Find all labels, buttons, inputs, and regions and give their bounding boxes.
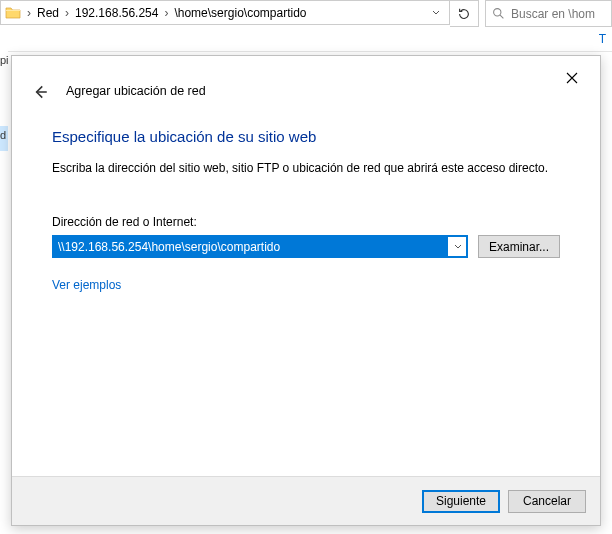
page-heading: Especifique la ubicación de su sitio web bbox=[52, 128, 560, 145]
side-link[interactable]: T bbox=[599, 32, 606, 46]
refresh-button[interactable] bbox=[450, 0, 479, 27]
chevron-right-icon[interactable]: › bbox=[162, 6, 170, 20]
search-icon bbox=[492, 7, 505, 20]
chevron-right-icon[interactable]: › bbox=[25, 6, 33, 20]
gutter-item: d bbox=[0, 126, 8, 151]
search-box[interactable]: Buscar en \hom bbox=[485, 0, 612, 27]
close-button[interactable] bbox=[556, 66, 588, 90]
dialog-title: Agregar ubicación de red bbox=[66, 84, 206, 98]
dialog-body: Especifique la ubicación de su sitio web… bbox=[12, 106, 600, 292]
explorer-address-bar: › Red › 192.168.56.254 › \home\sergio\co… bbox=[0, 0, 612, 27]
next-button[interactable]: Siguiente bbox=[422, 490, 500, 513]
left-gutter: pi d bbox=[0, 51, 8, 534]
address-label: Dirección de red o Internet: bbox=[52, 215, 560, 229]
svg-point-0 bbox=[494, 9, 501, 16]
explorer-toolbar-strip bbox=[0, 27, 612, 52]
chevron-right-icon[interactable]: › bbox=[63, 6, 71, 20]
cancel-button[interactable]: Cancelar bbox=[508, 490, 586, 513]
breadcrumb-seg[interactable]: \home\sergio\compartido bbox=[170, 6, 310, 20]
add-network-location-dialog: Agregar ubicación de red Especifique la … bbox=[11, 55, 601, 526]
address-input[interactable]: \\192.168.56.254\home\sergio\compartido bbox=[54, 236, 448, 257]
dialog-header: Agregar ubicación de red bbox=[12, 56, 600, 106]
gutter-item bbox=[0, 76, 8, 101]
chevron-down-icon bbox=[454, 243, 462, 251]
folder-icon bbox=[5, 5, 21, 21]
address-row: \\192.168.56.254\home\sergio\compartido … bbox=[52, 235, 560, 258]
dialog-footer: Siguiente Cancelar bbox=[12, 476, 600, 525]
browse-button[interactable]: Examinar... bbox=[478, 235, 560, 258]
combobox-dropdown-button[interactable] bbox=[449, 236, 467, 257]
arrow-left-icon bbox=[31, 83, 49, 101]
examples-link[interactable]: Ver ejemplos bbox=[52, 278, 121, 292]
svg-line-1 bbox=[500, 15, 503, 18]
back-button[interactable] bbox=[28, 80, 52, 104]
instruction-text: Escriba la dirección del sitio web, siti… bbox=[52, 161, 560, 175]
close-icon bbox=[566, 72, 578, 84]
address-dropdown[interactable] bbox=[427, 9, 445, 17]
gutter-item bbox=[0, 101, 8, 126]
breadcrumb-seg[interactable]: 192.168.56.254 bbox=[71, 6, 162, 20]
address-combobox[interactable]: \\192.168.56.254\home\sergio\compartido bbox=[52, 235, 468, 258]
search-placeholder: Buscar en \hom bbox=[511, 7, 595, 21]
breadcrumb-seg[interactable]: Red bbox=[33, 6, 63, 20]
gutter-item: pi bbox=[0, 51, 8, 76]
address-path[interactable]: › Red › 192.168.56.254 › \home\sergio\co… bbox=[0, 0, 450, 25]
